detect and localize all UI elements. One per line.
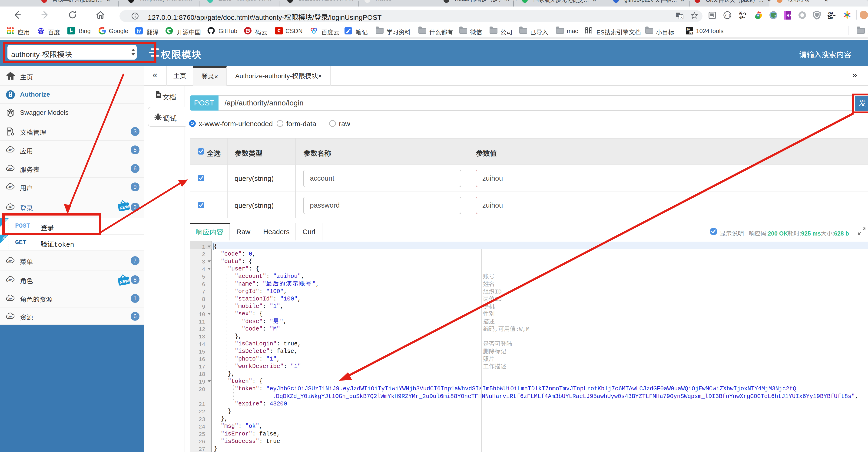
svg-text:RP: RP: [786, 13, 791, 18]
svg-text:Git: Git: [828, 11, 833, 15]
svg-text:du: du: [39, 31, 42, 33]
svg-text:英: 英: [739, 11, 742, 15]
svg-text:{…}: {…}: [725, 14, 730, 17]
svg-text:译: 译: [136, 27, 141, 34]
svg-text:24: 24: [690, 31, 693, 34]
svg-text:文: 文: [680, 15, 683, 19]
svg-text:10: 10: [686, 28, 690, 31]
svg-text:Zip: Zip: [828, 16, 833, 19]
